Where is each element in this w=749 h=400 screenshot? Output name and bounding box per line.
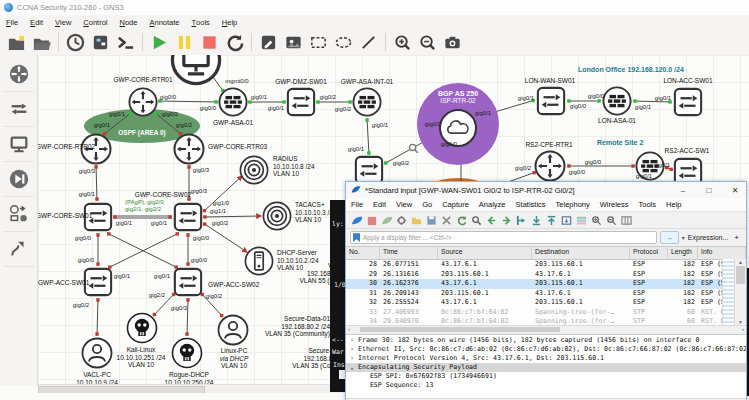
detail-line-1[interactable]: › Ethernet II, Src: 0c:86:c7:d6:ab:02 (0… [346, 345, 746, 354]
node-mgmt-pc[interactable] [170, 55, 222, 86]
close-file-button[interactable] [440, 214, 452, 226]
stop-all-button[interactable] [198, 31, 221, 53]
packet-row-34[interactable]: 3429.6409700c:86:c7:bf:64:02Spanning-tre… [346, 317, 746, 325]
packet-row-29[interactable]: 2926.131616203.115.60.143.17.6.1ESP182ES… [346, 270, 746, 280]
gns3-menu-node[interactable]: Node [114, 15, 144, 29]
console-connect-button[interactable] [114, 31, 137, 53]
hscroll-left-arrow[interactable]: ‹ [348, 326, 350, 332]
column-header-length[interactable]: Length [668, 247, 698, 259]
gns3-menu-annotate[interactable]: Annotate [143, 15, 185, 29]
auto-scroll-button[interactable] [560, 214, 572, 226]
node-gwp-asa-int-01[interactable] [352, 87, 382, 117]
ws-menu-help[interactable]: Help [661, 200, 686, 209]
packet-row-30[interactable]: 3026.16237643.17.6.1203.115.60.1ESP182ES… [346, 279, 746, 289]
gns3-menu-view[interactable]: View [49, 15, 77, 29]
ws-menu-go[interactable]: Go [417, 200, 437, 209]
filter-dropdown-caret[interactable]: ▾ [682, 234, 685, 241]
detail-line-3[interactable]: ⌄ Encapsulating Security Payload [346, 363, 746, 372]
gns3-menu-file[interactable]: File [0, 15, 24, 29]
draw-rectangle-button[interactable] [307, 31, 330, 53]
column-header-no[interactable]: No. [346, 247, 380, 259]
detail-line-2[interactable]: › Internet Protocol Version 4, Src: 43.1… [346, 354, 746, 363]
ws-menu-edit[interactable]: Edit [368, 200, 391, 209]
insert-picture-button[interactable] [282, 31, 305, 53]
new-project-button[interactable] [5, 31, 28, 53]
packet-row-31[interactable]: 3126.209143203.115.60.143.17.6.1ESP182ES… [346, 289, 746, 299]
add-filter-button[interactable]: + [731, 233, 742, 242]
packet-row-33[interactable]: 3327.4069930c:86:c7:bf:64:02Spanning-tre… [346, 308, 746, 318]
node-rogue-dhcp[interactable] [171, 337, 203, 369]
zoom-out-button[interactable] [416, 31, 439, 53]
start-all-button[interactable] [148, 31, 171, 53]
screenshot-button[interactable] [441, 31, 464, 53]
node-vacl-pc[interactable] [81, 337, 113, 369]
zoom-out-button[interactable] [605, 214, 617, 226]
maximize-button[interactable]: □ [698, 182, 720, 198]
save-file-button[interactable] [425, 214, 437, 226]
show-labels-button[interactable] [89, 31, 112, 53]
vscroll-thumb[interactable] [736, 266, 745, 284]
wireshark-titlebar[interactable]: *Standard input [GWP-WAN-SW01 Gi0/2 to I… [346, 182, 746, 198]
packet-row-32[interactable]: 3226.25552443.17.6.1203.115.60.1ESP182ES… [346, 298, 746, 308]
open-project-button[interactable] [30, 31, 53, 53]
node-rs2-cpe-rtr1[interactable] [534, 150, 566, 182]
ws-menu-view[interactable]: View [391, 200, 417, 209]
draw-line-button[interactable] [357, 31, 380, 53]
add-note-button[interactable] [257, 31, 280, 53]
node-linux-pc[interactable] [217, 314, 249, 346]
node-gwp-acc-sw02[interactable] [173, 267, 203, 297]
node-lon-acc-sw01[interactable] [673, 87, 703, 117]
palette-security-devices-button[interactable] [4, 162, 34, 197]
start-capture-button[interactable] [350, 214, 362, 226]
node-gwp-core-rtr01[interactable] [128, 87, 158, 117]
column-header-protocol[interactable]: Protocol [630, 247, 668, 259]
detail-line-0[interactable]: › Frame 30: 182 bytes on wire (1456 bits… [346, 336, 746, 345]
suspend-all-button[interactable] [173, 31, 196, 53]
gns3-menu-edit[interactable]: Edit [24, 15, 49, 29]
column-header-time[interactable]: Time [380, 247, 438, 259]
node-dhcp-server[interactable] [244, 246, 274, 276]
ws-menu-telephony[interactable]: Telephony [551, 200, 595, 209]
restart-capture-button[interactable] [380, 214, 392, 226]
snapshot-clock-button[interactable] [64, 31, 87, 53]
node-gwp-dmz-sw01[interactable] [286, 87, 316, 117]
reload-all-button[interactable] [223, 31, 246, 53]
apply-filter-button[interactable]: → [660, 231, 679, 244]
palette-routers-button[interactable] [4, 57, 34, 92]
gns3-menu-tools[interactable]: Tools [186, 15, 216, 29]
node-kali-linux[interactable] [126, 312, 158, 344]
ws-menu-file[interactable]: File [346, 200, 368, 209]
hscroll-right-arrow[interactable]: › [742, 326, 744, 332]
palette-switches-button[interactable] [4, 92, 34, 127]
go-forward-button[interactable] [500, 214, 512, 226]
node-gwp-core-rtr03[interactable] [173, 133, 205, 165]
node-lon-wan-sw01[interactable] [536, 86, 566, 116]
ws-menu-analyze[interactable]: Analyze [474, 200, 511, 209]
packet-details-pane[interactable]: › Frame 30: 182 bytes on wire (1456 bits… [346, 334, 746, 398]
capture-options-button[interactable] [395, 214, 407, 226]
go-first-button[interactable] [530, 214, 542, 226]
column-header-source[interactable]: Source [438, 247, 532, 259]
colorize-button[interactable] [575, 214, 587, 226]
palette-add-link-button[interactable] [4, 232, 34, 267]
reload-file-button[interactable] [455, 214, 467, 226]
palette-all-devices-button[interactable] [4, 197, 34, 232]
detail-line-4[interactable]: ESP SPI: 0x67692f83 (1734946691) [346, 372, 746, 381]
packet-row-28[interactable]: 2826.07715143.17.6.1203.115.60.1ESP182ES… [346, 260, 746, 270]
column-header-destination[interactable]: Destination [532, 247, 630, 259]
draw-ellipse-button[interactable] [332, 31, 355, 53]
node-tacacs[interactable] [262, 201, 292, 231]
palette-end-devices-button[interactable] [4, 127, 34, 162]
node-gwp-core-sw02[interactable] [173, 202, 203, 232]
packet-list-vscrollbar[interactable]: ▲▼ [734, 259, 746, 325]
minimize-button[interactable]: – [672, 182, 694, 198]
node-radius[interactable] [239, 155, 269, 185]
display-filter-input[interactable]: Apply a display filter ... <Ctrl-/> [350, 231, 657, 244]
node-lon-asa-01[interactable] [602, 86, 632, 116]
ws-menu-tools[interactable]: Tools [634, 200, 662, 209]
go-to-packet-button[interactable] [515, 214, 527, 226]
hscroll-thumb[interactable] [360, 327, 560, 332]
find-packet-button[interactable] [470, 214, 482, 226]
stop-capture-button[interactable] [365, 214, 377, 226]
go-last-button[interactable] [545, 214, 557, 226]
